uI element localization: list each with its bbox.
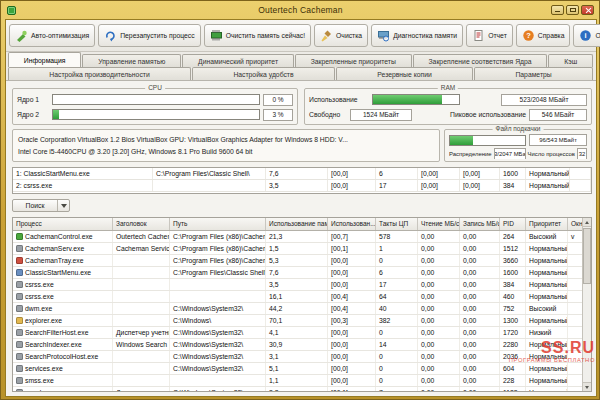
cell-name: dwm.exe (13, 303, 113, 314)
titlebar[interactable]: Outertech Cacheman (7, 3, 594, 17)
process-row[interactable]: SearchProtocolHost.exeC:\Windows\System3… (13, 351, 584, 363)
scrollbar-thumb[interactable] (583, 228, 591, 284)
column-header-pid[interactable]: PID (500, 218, 526, 230)
cell-cpu: [00,7] (328, 231, 376, 242)
clean-memory-now-button[interactable]: Очистить память сейчас! (204, 24, 311, 47)
table-scrollbar[interactable] (582, 218, 591, 391)
restart-icon (104, 29, 117, 42)
process-row[interactable]: SearchFilterHost.exeДиспетчер учетных за… (13, 327, 584, 339)
tab-convenience-settings[interactable]: Настройка удобств (192, 67, 335, 80)
cell-write: 0,00 (460, 279, 500, 290)
tab-information[interactable]: Информация (8, 52, 81, 67)
cell-priority: Нормальный (526, 267, 568, 278)
search-dropdown-arrow[interactable] (58, 204, 69, 208)
memory-diagnostics-button[interactable]: Диагностика памяти (371, 24, 463, 47)
auto-optimize-button[interactable]: Авто-оптимизация (9, 24, 95, 47)
cell-write: [0,00] (460, 180, 500, 191)
tab-memory-management[interactable]: Управление памятью (82, 54, 181, 67)
cell-write: [0,00] (460, 168, 500, 179)
cleanup-button[interactable]: Очистка (314, 24, 368, 47)
pagefile-usage-progress-bar (449, 135, 526, 146)
scroll-down-button[interactable] (583, 382, 591, 391)
minimize-button[interactable] (551, 5, 564, 15)
window-title: Outertech Cacheman (7, 5, 594, 15)
pinned-row[interactable]: 2: csrss.exe3,5[00,0]17[0,00][0,00]384Но… (13, 180, 591, 192)
process-row[interactable]: smss.exe1,1[00,0]00,000,00228Нормальный (13, 375, 584, 387)
cell-pid: 228 (500, 375, 526, 386)
column-header-process[interactable]: Процесс (13, 218, 113, 230)
core1-value: 0 % (263, 94, 293, 106)
cell-path: C:\Program Files\Classic Shell\ (170, 267, 266, 278)
tab-cache[interactable]: Кэш (548, 54, 593, 67)
process-name: SearchProtocolHost.exe (25, 351, 98, 362)
process-name: SearchIndexer.exe (25, 339, 82, 350)
cell-name: CachemanControl.exe (13, 231, 113, 242)
tab-pinned-priorities[interactable]: Закрепленные приоритеты (295, 54, 412, 67)
process-row[interactable]: dwm.exeC:\Windows\System32\44,2[00,4]400… (13, 303, 584, 315)
tab-backups[interactable]: Резервные копии (336, 67, 473, 80)
cell-priority: Низкий (526, 327, 568, 338)
cell-name: SearchIndexer.exe (13, 339, 113, 350)
cell-cycles: 17 (376, 180, 418, 191)
process-name: CachemanServ.exe (25, 243, 84, 254)
close-button[interactable] (581, 5, 594, 15)
cell-write: 0,00 (460, 363, 500, 374)
restart-process-button[interactable]: Перезапустить процесс (98, 24, 200, 47)
cell-cpu: [00,0] (328, 375, 376, 386)
tab-performance-settings[interactable]: Настройка производительности (8, 67, 191, 80)
maximize-button[interactable] (566, 5, 579, 15)
process-row[interactable]: csrss.exe16,1[00,4]640,000,00460Нормальн… (13, 291, 584, 303)
cell-priority: Нормальный (526, 291, 568, 302)
pagefile-allocation-value: 543/2047 МБайт (494, 148, 526, 159)
pagefile-allocation-label: Распределение (449, 151, 492, 157)
help-button[interactable]: ? Справка (516, 24, 571, 47)
process-row[interactable]: CachemanControl.exeOutertech CachemanC:\… (13, 231, 584, 243)
column-header-memory-usage[interactable]: Использование пам... (266, 218, 328, 230)
process-row[interactable]: CachemanServ.exeCacheman ServiceC:\Progr… (13, 243, 584, 255)
cell-name: services.exe (13, 363, 113, 374)
ram-free-label: Свободно (309, 111, 347, 118)
tab-core-affinity[interactable]: Закрепление соответствия Ядра (413, 54, 548, 67)
process-row[interactable]: CachemanTray.exeC:\Program Files (x86)\C… (13, 255, 584, 267)
ram-usage-label: Использование (309, 96, 369, 103)
column-header-cpu-cycles[interactable]: Такты ЦП (376, 218, 418, 230)
cell-title (113, 363, 170, 374)
column-header-path[interactable]: Путь (170, 218, 266, 230)
tab-parameters[interactable]: Параметры (474, 67, 593, 80)
process-row[interactable]: explorer.exeC:\Windows\70,1[00,3]3820,00… (13, 315, 584, 327)
report-button[interactable]: Отчет (466, 24, 513, 47)
scroll-up-button[interactable] (583, 218, 591, 227)
cell-pid: 384 (500, 279, 526, 290)
column-header-read-mbs[interactable]: Чтение МБ/с (418, 218, 460, 230)
core2-progress-bar (52, 109, 260, 120)
cell-cycles: 578 (376, 231, 418, 242)
cell-cycles: 7 (376, 387, 418, 392)
column-header-write-mbs[interactable]: Запись МБ/с (460, 218, 500, 230)
about-button[interactable]: i О программе (573, 24, 600, 47)
process-row[interactable]: SearchIndexer.exeWindows SearchC:\Window… (13, 339, 584, 351)
cell-priority: Высокий (526, 303, 568, 314)
process-row[interactable]: services.exeC:\Windows\System32\5,1[00,0… (13, 363, 584, 375)
column-header-title[interactable]: Заголовок (113, 218, 170, 230)
cell-mem: 7,6 (266, 168, 328, 179)
cell-mem: 5,3 (266, 255, 328, 266)
process-name: explorer.exe (25, 315, 62, 326)
column-header-cpu-usage[interactable]: Использован... (328, 218, 376, 230)
search-button[interactable]: Поиск (12, 199, 70, 212)
core1-label: Ядро 1 (17, 96, 49, 103)
button-label: Отчет (488, 32, 507, 39)
cell-title (113, 255, 170, 266)
tab-dynamic-priority[interactable]: Динамический приоритет (182, 54, 294, 67)
cell-cycles: 17 (376, 279, 418, 290)
pinned-row[interactable]: 1: ClassicStartMenu.exeC:\Program Files\… (13, 168, 591, 180)
ram-group: RAM Использование 523/2048 МБайт Свободн… (304, 88, 592, 125)
column-header-priority[interactable]: Приоритет (526, 218, 568, 230)
cell-path (170, 375, 266, 386)
process-row[interactable]: csrss.exe3,5[00,0]170,000,00384Нормальны… (13, 279, 584, 291)
process-row[interactable]: ClassicStartMenu.exeC:\Program Files\Cla… (13, 267, 584, 279)
cell-pid: 1300 (500, 315, 526, 326)
process-row[interactable]: spoolsv.exeДиспетчер печатиC:\Windows\Sy… (13, 387, 584, 392)
cell-title (113, 291, 170, 302)
arrow-down-icon (585, 386, 589, 389)
ram-usage-progress-bar (372, 94, 460, 105)
